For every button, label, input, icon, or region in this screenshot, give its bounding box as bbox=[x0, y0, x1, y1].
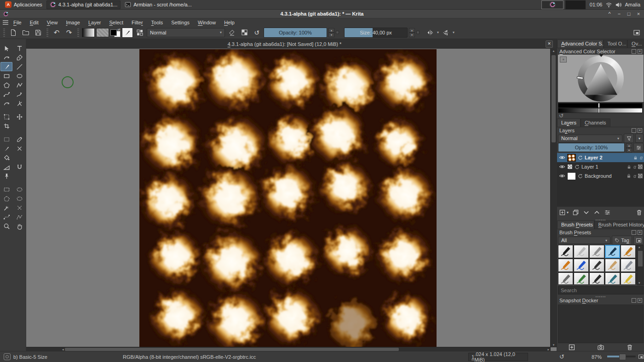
tool-edit-shapes[interactable] bbox=[0, 53, 12, 62]
layer-opacity-spinner[interactable]: ▴▾ bbox=[626, 143, 632, 152]
layer-blending-mode-combo[interactable]: Normal▾ bbox=[558, 135, 622, 142]
tool-calligraphy[interactable] bbox=[13, 53, 25, 62]
layer-decoration-icon[interactable] bbox=[575, 164, 580, 170]
close-docker-icon[interactable]: ✕ bbox=[638, 298, 642, 303]
float-docker-icon[interactable] bbox=[632, 230, 636, 235]
wifi-icon[interactable] bbox=[605, 1, 612, 8]
opacity-spinner[interactable]: ▴▾ bbox=[328, 28, 334, 37]
redo-button[interactable]: ↷ bbox=[63, 28, 75, 38]
layers-docker-header[interactable]: Layers ✕ bbox=[557, 127, 644, 134]
preset-grid-scrollbar[interactable]: ▴ ▾ bbox=[637, 245, 644, 285]
tool-multibrush[interactable] bbox=[13, 99, 25, 108]
toolbar-grip[interactable] bbox=[46, 28, 48, 37]
remove-snapshot-button[interactable] bbox=[626, 344, 633, 351]
menu-help[interactable]: Help bbox=[220, 20, 239, 25]
undo-button[interactable]: ↶ bbox=[51, 28, 62, 38]
mirror-horizontal-button[interactable] bbox=[425, 28, 436, 38]
scroll-up-icon[interactable]: ▴ bbox=[551, 49, 557, 53]
menu-filter[interactable]: Filter bbox=[127, 20, 147, 25]
tool-polygon-select[interactable] bbox=[0, 194, 12, 203]
layer-visibility-icon[interactable] bbox=[559, 173, 565, 179]
preserve-alpha-button[interactable] bbox=[239, 28, 250, 38]
menu-layer[interactable]: Layer bbox=[84, 20, 105, 25]
menu-select[interactable]: Select bbox=[105, 20, 128, 25]
layer-inherit-alpha-icon[interactable] bbox=[638, 174, 643, 178]
close-docker-icon[interactable]: ✕ bbox=[638, 128, 642, 133]
canvas-viewport[interactable] bbox=[26, 49, 551, 347]
brush-size-slider[interactable]: Size: 40,00 px bbox=[344, 28, 408, 38]
tab-brush-preset-history[interactable]: Brush Preset History bbox=[594, 221, 644, 229]
brush-preset[interactable] bbox=[605, 259, 620, 272]
eraser-mode-button[interactable] bbox=[226, 28, 237, 38]
tool-contiguous-select[interactable] bbox=[0, 203, 12, 212]
menu-settings[interactable]: Settings bbox=[167, 20, 194, 25]
minimize-button[interactable]: − bbox=[616, 11, 622, 17]
tool-move[interactable] bbox=[13, 112, 25, 121]
toolbar-grip[interactable] bbox=[3, 28, 5, 37]
layer-filter-button[interactable] bbox=[624, 134, 634, 143]
close-button[interactable]: × bbox=[636, 11, 641, 17]
open-document-button[interactable] bbox=[20, 28, 31, 38]
tool-measure[interactable] bbox=[0, 162, 12, 171]
taskbar-window-krita[interactable]: 4.3.1-alpha (git aba6da1... bbox=[46, 0, 121, 9]
tool-rectangle[interactable] bbox=[0, 71, 12, 80]
brush-preset[interactable] bbox=[589, 259, 604, 272]
brush-preset[interactable] bbox=[574, 259, 589, 272]
tool-text[interactable] bbox=[13, 44, 25, 53]
tab-overview[interactable]: Ov... bbox=[627, 40, 644, 48]
mirror-vertical-dropdown[interactable]: ▾ bbox=[453, 30, 454, 34]
document-tab[interactable]: 4.3.1-alpha (git aba6da1): [Not Saved] (… bbox=[26, 41, 543, 47]
brush-editor-button[interactable] bbox=[122, 28, 133, 38]
float-docker-icon[interactable] bbox=[632, 298, 636, 303]
show-dockers-button[interactable] bbox=[631, 28, 642, 38]
layer-alpha-icon[interactable]: α bbox=[633, 164, 636, 170]
brush-preset[interactable] bbox=[558, 245, 573, 258]
close-docker-icon[interactable]: ✕ bbox=[638, 49, 642, 54]
tab-layers[interactable]: Layers bbox=[557, 119, 581, 127]
tool-bezier-curve[interactable] bbox=[0, 90, 12, 99]
mirror-horizontal-dropdown[interactable]: ▾ bbox=[437, 30, 439, 34]
color-slider-2[interactable] bbox=[558, 108, 643, 113]
layer-decoration-icon[interactable] bbox=[578, 174, 583, 179]
brush-preset[interactable] bbox=[605, 272, 620, 284]
tool-crop[interactable] bbox=[0, 121, 12, 130]
tool-colorize-mask[interactable] bbox=[13, 144, 25, 153]
switch-to-snapshot-button[interactable] bbox=[597, 344, 604, 351]
reload-preset-button[interactable]: ↺ bbox=[251, 28, 262, 38]
tool-zoom[interactable] bbox=[0, 221, 12, 231]
vertical-scroll-thumb[interactable] bbox=[552, 55, 556, 142]
layer-row-layer1[interactable]: Layer 1 α bbox=[557, 162, 644, 171]
tool-reference-images[interactable] bbox=[0, 171, 12, 181]
close-docker-icon[interactable]: ✕ bbox=[638, 230, 642, 235]
tool-rect-select[interactable] bbox=[0, 185, 12, 194]
tool-assistants[interactable] bbox=[13, 162, 25, 171]
menu-tools[interactable]: Tools bbox=[147, 20, 167, 25]
tool-color-sampler[interactable] bbox=[13, 135, 25, 144]
tab-tool-options[interactable]: Tool O... bbox=[604, 40, 628, 48]
tool-freehand-path[interactable] bbox=[13, 90, 25, 99]
canvas-artwork[interactable] bbox=[139, 49, 437, 347]
tool-similar-color-select[interactable] bbox=[13, 203, 25, 212]
tool-fill[interactable] bbox=[0, 153, 12, 162]
tool-smart-patch[interactable] bbox=[0, 144, 12, 153]
tool-magnetic-select[interactable] bbox=[13, 212, 25, 221]
layer-opacity-slider[interactable]: Opacity: 100% bbox=[558, 143, 625, 152]
opacity-slider[interactable]: Opacity: 100% bbox=[264, 28, 327, 38]
tag-button[interactable]: Tag bbox=[612, 236, 632, 245]
zoom-slider-handle[interactable] bbox=[619, 354, 626, 360]
brush-preset[interactable] bbox=[574, 272, 589, 284]
brush-preset[interactable] bbox=[574, 245, 589, 258]
brush-presets-header[interactable]: Brush Presets ✕ bbox=[557, 229, 644, 236]
brush-preset[interactable] bbox=[589, 272, 604, 284]
horizontal-scroll-thumb[interactable] bbox=[65, 348, 399, 351]
snapshot-list[interactable] bbox=[558, 305, 644, 343]
tool-gradient[interactable] bbox=[0, 135, 12, 144]
brush-preset[interactable] bbox=[558, 259, 573, 272]
float-docker-icon[interactable] bbox=[632, 49, 636, 54]
move-layer-up-button[interactable] bbox=[593, 209, 600, 216]
duplicate-layer-button[interactable] bbox=[572, 209, 579, 216]
tool-polygon[interactable] bbox=[0, 80, 12, 90]
preset-display-mode-button[interactable] bbox=[633, 236, 644, 245]
layer-decoration-icon[interactable] bbox=[578, 155, 583, 160]
preset-search-input[interactable]: Search bbox=[558, 286, 644, 294]
